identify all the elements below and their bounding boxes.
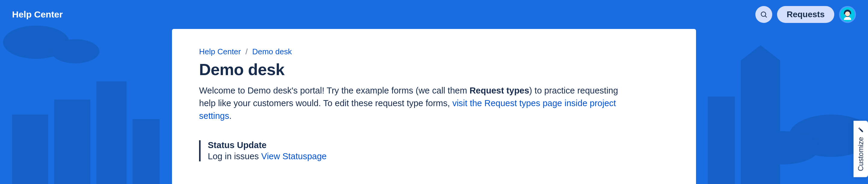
svg-point-11 xyxy=(761,12,766,16)
svg-line-12 xyxy=(765,16,767,17)
requests-button[interactable]: Requests xyxy=(777,6,834,23)
customize-label: Customize xyxy=(857,137,865,171)
breadcrumb: Help Center / Demo desk xyxy=(199,47,636,56)
customize-tab[interactable]: Customize xyxy=(854,121,868,177)
avatar-icon xyxy=(841,8,854,21)
svg-marker-10 xyxy=(741,45,780,60)
status-link[interactable]: View Statuspage xyxy=(261,152,327,161)
status-heading: Status Update xyxy=(208,140,636,150)
desc-bold: Request types xyxy=(469,86,529,95)
user-avatar[interactable] xyxy=(839,6,856,23)
svg-point-3 xyxy=(747,131,819,164)
status-block: Status Update Log in issues View Statusp… xyxy=(199,140,636,161)
page-title: Demo desk xyxy=(199,60,636,79)
desc-text-3: . xyxy=(229,111,231,121)
svg-point-0 xyxy=(3,26,69,59)
main-card: Help Center / Demo desk Demo desk Welcom… xyxy=(172,29,696,184)
breadcrumb-current[interactable]: Demo desk xyxy=(252,47,292,56)
svg-rect-8 xyxy=(708,97,735,184)
svg-point-14 xyxy=(845,11,850,16)
svg-rect-7 xyxy=(132,119,160,184)
page-description: Welcome to Demo desk's portal! Try the e… xyxy=(199,84,636,122)
topbar: Help Center Requests xyxy=(0,0,868,29)
pencil-icon xyxy=(858,127,864,133)
svg-rect-4 xyxy=(12,115,48,184)
desc-text-1: Welcome to Demo desk's portal! Try the e… xyxy=(199,86,469,95)
topbar-actions: Requests xyxy=(755,6,856,23)
breadcrumb-separator: / xyxy=(245,47,248,56)
breadcrumb-root[interactable]: Help Center xyxy=(199,47,241,56)
search-icon xyxy=(760,10,768,18)
svg-point-1 xyxy=(51,39,99,63)
search-button[interactable] xyxy=(755,6,772,23)
svg-rect-5 xyxy=(54,100,90,184)
svg-rect-9 xyxy=(741,60,780,184)
brand-title[interactable]: Help Center xyxy=(12,9,63,20)
status-text: Log in issues View Statuspage xyxy=(208,152,636,161)
svg-rect-6 xyxy=(96,81,126,184)
status-message: Log in issues xyxy=(208,152,261,161)
